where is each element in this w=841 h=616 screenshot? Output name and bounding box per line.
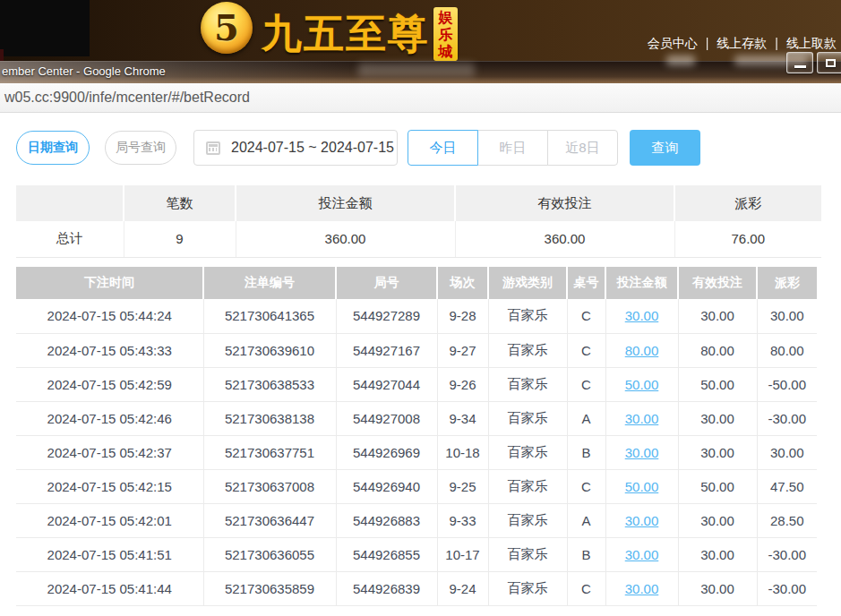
cell-game-type: 百家乐 xyxy=(488,537,567,571)
cell-bet-time: 2024-07-15 05:42:01 xyxy=(16,503,203,537)
bet-amount-link[interactable]: 30.00 xyxy=(625,513,659,528)
cell-game-type: 百家乐 xyxy=(488,299,567,333)
bet-amount-link[interactable]: 30.00 xyxy=(625,581,659,596)
quick-range-yesterday[interactable]: 昨日 xyxy=(477,130,548,166)
summary-header-cell: 笔数 xyxy=(124,185,236,221)
cell-table-code: C xyxy=(567,333,605,367)
bet-table-header-row: 下注时间注单编号局号场次游戏类别桌号投注金额有效投注派彩 xyxy=(16,267,817,299)
cell-bet-time: 2024-07-15 05:44:24 xyxy=(16,299,203,333)
cell-table-code: B xyxy=(567,435,605,469)
bet-amount-link[interactable]: 30.00 xyxy=(625,411,659,426)
table-row: 2024-07-15 05:41:51521730636055544926855… xyxy=(16,537,817,571)
summary-header-cell: 投注金额 xyxy=(236,185,455,221)
cell-valid-bet: 30.00 xyxy=(678,537,757,571)
cell-payout: -30.00 xyxy=(757,537,817,571)
url-text[interactable]: w05.cc:9900/infe/mcenter/#/betRecord xyxy=(4,83,250,112)
search-button[interactable]: 查询 xyxy=(630,130,700,166)
background-window-edge xyxy=(0,49,4,62)
cell-order-id: 521730635859 xyxy=(203,571,336,605)
bet-amount-link[interactable]: 80.00 xyxy=(625,343,659,358)
column-header-order-id: 注单编号 xyxy=(203,267,336,299)
nav-separator: | xyxy=(706,36,709,50)
column-header-round-id: 局号 xyxy=(336,267,437,299)
cell-table-code: B xyxy=(567,537,605,571)
cell-order-id: 521730636447 xyxy=(203,503,336,537)
summary-header-cell: 派彩 xyxy=(674,185,821,221)
cell-table-code: C xyxy=(567,469,605,503)
bet-amount-link[interactable]: 50.00 xyxy=(625,479,659,494)
cell-session: 9-26 xyxy=(437,367,488,401)
cell-session: 9-27 xyxy=(437,333,488,367)
cell-payout: 28.50 xyxy=(757,503,817,537)
column-header-bet-amount: 投注金额 xyxy=(605,267,678,299)
cell-bet-amount: 30.00 xyxy=(605,537,678,571)
cell-bet-time: 2024-07-15 05:42:46 xyxy=(16,401,203,435)
cell-valid-bet: 30.00 xyxy=(678,503,757,537)
cell-valid-bet: 30.00 xyxy=(678,299,757,333)
table-row: 2024-07-15 05:42:15521730637008544926940… xyxy=(16,469,817,503)
bet-amount-link[interactable]: 30.00 xyxy=(625,308,659,323)
cell-payout: 30.00 xyxy=(757,435,817,469)
window-title: ember Center - Google Chrome xyxy=(2,64,166,78)
date-query-tab[interactable]: 日期查询 xyxy=(16,131,90,165)
summary-cell: 360.00 xyxy=(236,221,455,257)
cell-bet-amount: 30.00 xyxy=(605,401,678,435)
quick-range-today[interactable]: 今日 xyxy=(408,130,478,166)
cell-table-code: C xyxy=(567,571,605,605)
maximize-button[interactable] xyxy=(817,52,841,73)
cell-bet-amount: 80.00 xyxy=(605,333,678,367)
summary-header-cell: 有效投注 xyxy=(455,185,674,221)
table-row: 2024-07-15 05:41:44521730635859544926839… xyxy=(16,571,817,605)
calendar-icon xyxy=(206,141,220,155)
cell-round-id: 544926969 xyxy=(336,435,437,469)
cell-game-type: 百家乐 xyxy=(488,333,567,367)
cell-session: 9-33 xyxy=(437,503,488,537)
cell-payout: -50.00 xyxy=(757,367,817,401)
cell-bet-amount: 30.00 xyxy=(605,435,678,469)
summary-cell: 9 xyxy=(124,221,236,257)
bet-amount-link[interactable]: 30.00 xyxy=(625,547,659,562)
cell-bet-amount: 50.00 xyxy=(605,367,678,401)
round-query-tab[interactable]: 局号查询 xyxy=(105,131,176,165)
cell-bet-amount: 30.00 xyxy=(605,299,678,333)
cell-payout: 30.00 xyxy=(757,299,817,333)
date-range-value: 2024-07-15 ~ 2024-07-15 xyxy=(231,140,394,156)
bet-amount-link[interactable]: 50.00 xyxy=(625,377,659,392)
cell-session: 9-34 xyxy=(437,401,488,435)
bet-record-table: 下注时间注单编号局号场次游戏类别桌号投注金额有效投注派彩 2024-07-15 … xyxy=(16,267,817,606)
cell-game-type: 百家乐 xyxy=(488,571,567,605)
cell-valid-bet: 50.00 xyxy=(678,367,757,401)
blurred-text-redaction xyxy=(666,56,695,65)
cell-session: 9-28 xyxy=(437,299,488,333)
bet-amount-link[interactable]: 30.00 xyxy=(625,445,659,460)
nav-withdraw[interactable]: 线上取款 xyxy=(786,36,837,50)
cell-bet-amount: 30.00 xyxy=(605,503,678,537)
bet-record-page: 日期查询 局号查询 2024-07-15 ~ 2024-07-15 今日 昨日 … xyxy=(0,113,841,616)
column-header-game-type: 游戏类别 xyxy=(488,267,567,299)
bet-table-body: 2024-07-15 05:44:24521730641365544927289… xyxy=(16,299,817,605)
cell-game-type: 百家乐 xyxy=(488,401,567,435)
site-banner: 5 九五至尊 娱乐城 会员中心|线上存款|线上取款 xyxy=(0,0,841,61)
nav-deposit[interactable]: 线上存款 xyxy=(717,36,767,50)
cell-order-id: 521730636055 xyxy=(203,537,336,571)
cell-valid-bet: 30.00 xyxy=(678,401,757,435)
quick-range-last8days[interactable]: 近8日 xyxy=(547,130,618,166)
cell-table-code: A xyxy=(567,503,605,537)
browser-url-bar[interactable]: w05.cc:9900/infe/mcenter/#/betRecord xyxy=(0,83,841,113)
minimize-button[interactable] xyxy=(786,52,813,73)
logo-coin-glyph: 5 xyxy=(214,6,239,48)
cell-game-type: 百家乐 xyxy=(488,367,567,401)
column-header-bet-time: 下注时间 xyxy=(16,267,203,299)
cell-order-id: 521730641365 xyxy=(203,299,336,333)
summary-cell: 360.00 xyxy=(455,221,674,257)
cell-table-code: C xyxy=(567,367,605,401)
cell-session: 9-25 xyxy=(437,469,488,503)
nav-member-center[interactable]: 会员中心 xyxy=(648,36,698,50)
date-range-input[interactable]: 2024-07-15 ~ 2024-07-15 xyxy=(193,130,398,166)
cell-game-type: 百家乐 xyxy=(488,469,567,503)
logo-badge: 娱乐城 xyxy=(433,7,458,61)
blurred-text-redaction xyxy=(358,63,475,77)
logo-coin-icon: 5 xyxy=(201,2,253,54)
cell-order-id: 521730638533 xyxy=(203,367,336,401)
nav-separator: | xyxy=(775,36,778,50)
